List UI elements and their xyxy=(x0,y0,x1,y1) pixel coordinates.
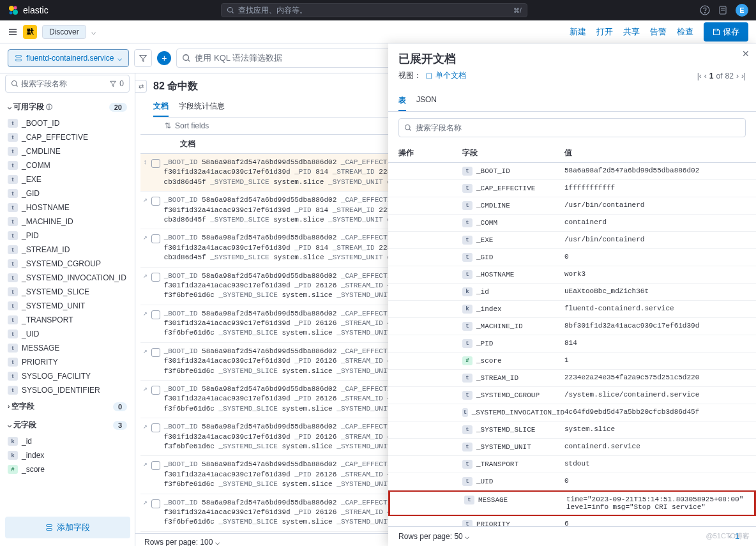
empty-fields-header[interactable]: › 空字段 0 xyxy=(5,397,130,416)
row-expand-icon[interactable]: ↗ xyxy=(140,460,150,489)
detail-row[interactable]: t_BOOT_ID58a6a98af2d547a6bd99d55dba886d0… xyxy=(388,163,756,180)
row-expand-icon[interactable]: ↗ xyxy=(140,195,150,225)
detail-row[interactable]: t_SYSTEMD_SLICEsystem.slice xyxy=(388,421,756,439)
nav-link[interactable]: 告警 xyxy=(650,26,667,38)
field-item[interactable]: tSYSLOG_FACILITY xyxy=(5,369,130,383)
row-expand-icon[interactable]: ↕ xyxy=(140,158,150,187)
detail-row[interactable]: k_indexfluentd-containerd.service xyxy=(388,301,756,318)
tab-documents[interactable]: 文档 xyxy=(153,97,169,117)
nav-link[interactable]: 检查 xyxy=(677,26,693,38)
detail-row[interactable]: t_UID0 xyxy=(388,473,756,490)
field-search-input[interactable]: 搜索字段名称 0 xyxy=(5,75,130,93)
row-checkbox[interactable] xyxy=(151,386,160,395)
field-item[interactable]: k_id xyxy=(5,434,130,448)
field-item[interactable]: t_CMDLINE xyxy=(5,144,130,158)
detail-row[interactable]: t_HOSTNAMEwork3 xyxy=(388,266,756,284)
app-name-button[interactable]: Discover xyxy=(42,25,86,39)
nav-toggle-icon[interactable] xyxy=(8,27,18,37)
row-checkbox[interactable] xyxy=(151,348,160,357)
nav-link[interactable]: 共享 xyxy=(623,26,640,38)
available-fields-header[interactable]: ⌵ 可用字段 ⓘ 20 xyxy=(5,98,130,116)
row-expand-icon[interactable]: ↗ xyxy=(140,384,150,414)
collapse-sidebar-icon[interactable]: ⇄ xyxy=(135,80,147,93)
detail-row[interactable]: tPRIORITY6 xyxy=(388,516,756,526)
nav-link[interactable]: 新建 xyxy=(570,26,586,38)
filter-icon[interactable]: 0 xyxy=(109,79,124,88)
row-checkbox[interactable] xyxy=(151,273,160,282)
brand-logo[interactable]: elastic xyxy=(8,4,49,16)
detail-row[interactable]: #_score1 xyxy=(388,353,756,370)
detail-row[interactable]: t_GID0 xyxy=(388,249,756,266)
detail-row[interactable]: t_CAP_EFFECTIVE1fffffffffff xyxy=(388,180,756,197)
field-item[interactable]: t_GID xyxy=(5,186,130,201)
detail-row[interactable]: tMESSAGEtime="2023-09-21T15:14:51.803058… xyxy=(388,490,756,516)
detail-row[interactable]: t_PID814 xyxy=(388,335,756,353)
field-item[interactable]: t_UID xyxy=(5,327,130,341)
field-item[interactable]: #_score xyxy=(5,462,130,476)
field-item[interactable]: t_SYSTEMD_CGROUP xyxy=(5,257,130,271)
detail-row[interactable]: t_SYSTEMD_CGROUP/system.slice/containerd… xyxy=(388,387,756,404)
field-item[interactable]: tPRIORITY xyxy=(5,355,130,369)
row-checkbox[interactable] xyxy=(151,159,160,168)
field-item[interactable]: t_SYSTEMD_UNIT xyxy=(5,299,130,313)
row-expand-icon[interactable]: ↗ xyxy=(140,233,150,262)
single-doc-link[interactable]: 单个文档 xyxy=(425,70,466,81)
detail-row[interactable]: k_iduEaXtooBbc_mdZich36t xyxy=(388,284,756,301)
index-pattern-selector[interactable]: fluentd-containerd.service ⌵ xyxy=(8,49,129,67)
user-avatar[interactable]: E xyxy=(736,4,748,17)
row-checkbox[interactable] xyxy=(151,310,160,319)
flyout-field-search[interactable]: 搜索字段名称 xyxy=(398,118,746,137)
field-item[interactable]: tSYSLOG_IDENTIFIER xyxy=(5,383,130,397)
detail-row[interactable]: t_MACHINE_ID8bf301f1d32a41acac939c17ef61… xyxy=(388,318,756,335)
field-item[interactable]: t_CAP_EFFECTIVE xyxy=(5,130,130,144)
field-item[interactable]: t_COMM xyxy=(5,158,130,172)
detail-row[interactable]: t_SYSTEMD_UNITcontainerd.service xyxy=(388,439,756,456)
sort-icon[interactable]: ⇅ xyxy=(165,121,171,130)
close-icon[interactable]: ✕ xyxy=(742,49,750,59)
field-item[interactable]: t_PID xyxy=(5,229,130,243)
add-field-button[interactable]: 添加字段 xyxy=(5,517,130,538)
field-item[interactable]: k_index xyxy=(5,448,130,462)
field-item[interactable]: t_HOSTNAME xyxy=(5,201,130,215)
field-item[interactable]: t_STREAM_ID xyxy=(5,243,130,257)
row-expand-icon[interactable]: ↗ xyxy=(140,271,150,301)
detail-row[interactable]: t_CMDLINE/usr/bin/containerd xyxy=(388,197,756,215)
field-item[interactable]: tMESSAGE xyxy=(5,341,130,355)
detail-row[interactable]: t_EXE/usr/bin/containerd xyxy=(388,232,756,249)
rows-per-page[interactable]: Rows per page: 100 ⌵ xyxy=(144,538,220,546)
row-expand-icon[interactable]: ↗ xyxy=(140,347,150,376)
field-item[interactable]: t_SYSTEMD_SLICE xyxy=(5,285,130,299)
space-badge[interactable]: 默 xyxy=(23,25,37,39)
chevron-down-icon[interactable]: ⌵ xyxy=(91,27,96,36)
field-item[interactable]: t_BOOT_ID xyxy=(5,116,130,130)
detail-row[interactable]: t_COMMcontainerd xyxy=(388,215,756,232)
field-item[interactable]: t_MACHINE_ID xyxy=(5,215,130,229)
field-item[interactable]: t_EXE xyxy=(5,172,130,186)
help-icon[interactable] xyxy=(700,5,710,15)
detail-row[interactable]: t_STREAM_ID2234e2a24e354fa2a9c575d251c5d… xyxy=(388,370,756,387)
global-search[interactable]: 查找应用、内容等。 ⌘/ xyxy=(221,3,527,17)
newsfeed-icon[interactable] xyxy=(718,5,728,15)
save-button[interactable]: 保存 xyxy=(704,22,748,42)
row-checkbox[interactable] xyxy=(151,461,160,470)
row-checkbox[interactable] xyxy=(151,197,160,206)
row-checkbox[interactable] xyxy=(151,499,160,508)
flyout-pagination[interactable]: |‹‹ 1 of 82 ››| xyxy=(697,72,746,80)
tab-field-stats[interactable]: 字段统计信息 xyxy=(179,97,225,117)
filter-button[interactable] xyxy=(134,49,152,67)
field-item[interactable]: t_SYSTEMD_INVOCATION_ID xyxy=(5,271,130,285)
tab-table[interactable]: 表 xyxy=(398,91,406,111)
row-expand-icon[interactable]: ↗ xyxy=(140,422,150,451)
row-expand-icon[interactable]: ↗ xyxy=(140,309,150,338)
row-checkbox[interactable] xyxy=(151,423,160,432)
detail-row[interactable]: t_SYSTEMD_INVOCATION_ID4c64fd9ebd5d47a5b… xyxy=(388,404,756,421)
flyout-rows-per-page[interactable]: Rows per page: 50 ⌵ xyxy=(398,532,469,541)
add-filter-button[interactable]: + xyxy=(157,51,171,65)
nav-link[interactable]: 打开 xyxy=(596,26,613,38)
row-checkbox[interactable] xyxy=(151,234,160,243)
field-item[interactable]: t_TRANSPORT xyxy=(5,313,130,327)
detail-row[interactable]: t_TRANSPORTstdout xyxy=(388,456,756,473)
row-expand-icon[interactable]: ↗ xyxy=(140,498,150,527)
meta-fields-header[interactable]: ⌵ 元字段 3 xyxy=(5,416,130,434)
tab-json[interactable]: JSON xyxy=(416,91,437,111)
